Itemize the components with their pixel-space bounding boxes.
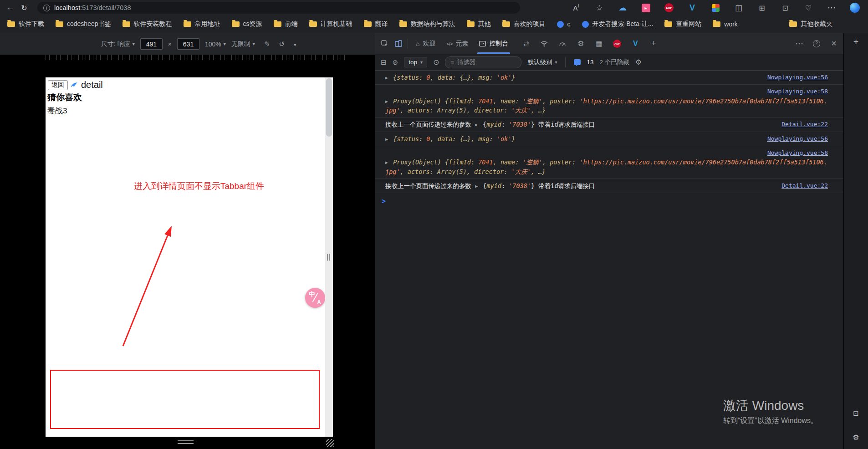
live-expression-icon[interactable] (433, 58, 439, 66)
read-aloud-icon[interactable] (571, 3, 581, 13)
wifi-icon[interactable] (537, 37, 551, 51)
extension-v-icon[interactable] (687, 3, 697, 13)
network-conditions-icon[interactable] (519, 37, 533, 51)
bookmark-item[interactable]: codesheep书签 (56, 20, 111, 28)
source-link[interactable]: Nowplaying.vue:56 (767, 134, 828, 143)
device-toolbar-toggle-icon[interactable] (392, 37, 405, 51)
console-message-text: ▶ Proxy(Object) {filmId: 7041, name: '逆鳞… (385, 158, 828, 176)
settings-more-icon[interactable] (827, 3, 837, 13)
back-button[interactable]: 返回 (48, 80, 68, 90)
vue-devtools-icon[interactable] (628, 37, 642, 51)
devtools-more-icon[interactable] (792, 37, 806, 51)
console-message-text: ▶ Proxy(Object) {filmId: 7041, name: '逆鳞… (385, 97, 828, 115)
source-link[interactable]: Nowplaying.vue:58 (385, 148, 828, 158)
execution-context-select[interactable]: top (404, 57, 427, 67)
viewport-resize-handle-corner[interactable] (326, 439, 334, 447)
sidebar-screen-icon[interactable] (853, 409, 859, 418)
tab-label: 控制台 (489, 40, 508, 48)
help-icon[interactable] (813, 40, 820, 47)
viewport-resize-handle-right[interactable] (327, 254, 330, 260)
bookmark-item[interactable]: c (557, 20, 571, 28)
bookmark-item[interactable]: 前端 (274, 20, 298, 28)
device-width-input[interactable]: 491 (140, 38, 163, 50)
other-favorites[interactable]: 其他收藏夹 (789, 20, 832, 28)
log-level-select[interactable]: 默认级别 (527, 58, 557, 66)
refresh-icon[interactable] (17, 1, 31, 14)
bookmark-item[interactable]: cs资源 (232, 20, 262, 28)
devtools-settings-icon[interactable] (574, 37, 587, 51)
console-message: ▶ {status: 0, data: {…}, msg: 'ok'}Nowpl… (375, 71, 843, 85)
back-icon[interactable] (4, 1, 17, 14)
close-devtools-icon[interactable] (827, 37, 841, 51)
page-scrollbar[interactable] (325, 77, 333, 437)
device-type-select[interactable]: 尺寸: 响应 (101, 40, 135, 48)
clear-console-icon[interactable] (393, 58, 398, 66)
bookmark-item[interactable]: 翻译 (364, 20, 388, 28)
translate-en-glyph: A (317, 299, 321, 306)
device-toolbar-more-icon[interactable] (294, 40, 296, 48)
console-sidebar-icon[interactable] (381, 58, 387, 66)
tab-welcome[interactable]: 欢迎 (410, 33, 441, 54)
address-bar[interactable]: localhost:5173/detail/7038 (37, 2, 520, 14)
site-info-icon[interactable] (43, 5, 50, 11)
console-prompt[interactable] (375, 193, 843, 205)
page-title: detail (81, 80, 103, 90)
inspect-icon[interactable] (378, 37, 392, 51)
source-link[interactable]: Detail.vue:22 (781, 181, 828, 190)
bookmarks-bar: 软件下载codesheep书签软件安装教程常用地址cs资源前端计算机基础翻译数据… (0, 15, 868, 33)
bookmark-item[interactable]: 喜欢的项目 (502, 20, 546, 28)
bookmark-item[interactable]: 其他 (467, 20, 491, 28)
tab-console[interactable]: 控制台 (474, 33, 514, 54)
console-message-text: 接收上一个页面传递过来的参数 ▶ {myid: '7038'} 带着id请求后端… (385, 181, 775, 190)
source-link[interactable]: Nowplaying.vue:56 (767, 73, 828, 82)
messages-bubble-icon[interactable] (574, 59, 581, 65)
sidebar-settings-icon[interactable] (853, 433, 859, 442)
device-emulation-pane: 尺寸: 响应 491 × 631 100% 无限制 返回 detail 猜你喜欢… (0, 33, 375, 449)
copilot-icon[interactable] (850, 3, 860, 13)
sidebar-add-icon[interactable] (853, 37, 859, 47)
throttling-select[interactable]: 无限制 (231, 40, 255, 48)
layout-panel-icon[interactable] (592, 37, 606, 51)
tab-elements[interactable]: 元素 (441, 33, 474, 54)
divider (408, 39, 408, 49)
console-settings-icon[interactable] (635, 58, 642, 66)
split-screen-icon[interactable] (734, 3, 744, 13)
context-value: top (408, 59, 417, 66)
translate-fab[interactable]: 中 A (305, 288, 325, 308)
bookmark-item[interactable]: 计算机基础 (309, 20, 352, 28)
console-filter-input[interactable]: 筛选器 (445, 56, 521, 68)
zoom-select[interactable]: 100% (205, 41, 226, 48)
bookmark-item[interactable]: 数据结构与算法 (399, 20, 455, 28)
browser-toolbar: localhost:5173/detail/7038 (0, 0, 868, 15)
adblock-devtools-icon[interactable] (613, 40, 621, 48)
add-panel-icon[interactable] (647, 37, 660, 51)
performance-gauge-icon[interactable] (556, 37, 569, 51)
scrollbar-thumb[interactable] (326, 78, 332, 137)
bookmark-item[interactable]: work (713, 20, 738, 28)
adblock-plus-icon[interactable] (664, 3, 674, 12)
browser-essentials-icon[interactable] (803, 3, 813, 13)
emulated-viewport: 返回 detail 猜你喜欢 毒战3 进入到详情页面不显示Tabbar组件 中 … (46, 77, 333, 437)
viewport-resize-handle-bottom[interactable] (178, 440, 194, 444)
bookmark-item[interactable]: 软件安装教程 (123, 20, 172, 28)
device-height-input[interactable]: 631 (177, 38, 199, 50)
hidden-messages-note[interactable]: 2 个已隐藏 (599, 58, 629, 66)
extensions-puzzle-icon[interactable] (712, 4, 720, 12)
apps-icon[interactable] (780, 3, 790, 13)
bookmark-item[interactable]: 开发者搜索-Beta-让... (582, 20, 654, 28)
bookmark-item[interactable]: 软件下载 (7, 20, 44, 28)
bookmark-item[interactable]: 常用地址 (184, 20, 220, 28)
rotate-device-icon[interactable] (279, 40, 285, 48)
device-toolbar: 尺寸: 响应 491 × 631 100% 无限制 (0, 33, 375, 55)
favorite-star-icon[interactable] (594, 3, 604, 13)
annotation-text: 进入到详情页面不显示Tabbar组件 (134, 180, 264, 192)
capture-icon[interactable] (264, 40, 270, 48)
emulated-page: 返回 detail 猜你喜欢 毒战3 进入到详情页面不显示Tabbar组件 中 … (46, 77, 325, 437)
dimension-separator: × (168, 41, 172, 48)
collections-icon[interactable] (757, 3, 767, 13)
source-link[interactable]: Detail.vue:22 (781, 120, 828, 129)
bookmark-item[interactable]: 查重网站 (664, 20, 701, 28)
source-link[interactable]: Nowplaying.vue:58 (385, 87, 828, 96)
extension-cloud-icon[interactable] (618, 3, 628, 13)
extension-pink-icon[interactable] (642, 4, 650, 12)
